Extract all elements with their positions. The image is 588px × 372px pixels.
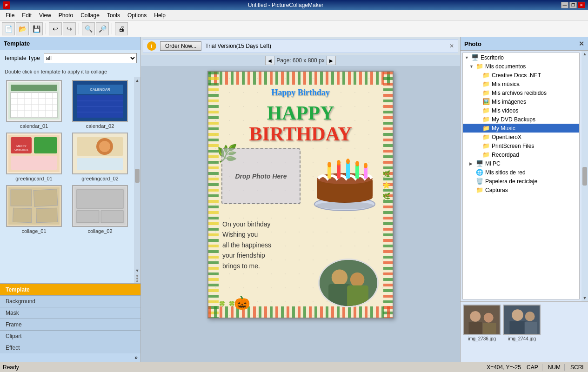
zoom-in-button[interactable]: 🔍 [82, 22, 95, 35]
restore-button[interactable]: ❐ [569, 2, 577, 8]
left-panel: Template Template Type all calendar gree… [0, 37, 141, 362]
template-item-greetingcard02[interactable]: greetingcard_02 [69, 133, 131, 181]
file-tree-scrollbar[interactable]: ▲ ▼ [581, 51, 588, 301]
open-button[interactable]: 📂 [16, 22, 29, 35]
svg-rect-29 [77, 158, 123, 170]
template-scrollbar[interactable]: ▲ ▼ [134, 77, 140, 283]
order-now-button[interactable]: Order Now... [160, 41, 201, 51]
menu-help[interactable]: Help [150, 11, 169, 20]
template-item-collage01[interactable]: collage_01 [3, 185, 65, 234]
tree-item-capturas[interactable]: 📁 Capturas [463, 186, 579, 194]
tab-background[interactable]: Background [0, 295, 140, 307]
zoom-out-button[interactable]: 🔎 [96, 22, 109, 35]
tree-item-dvdbackups[interactable]: 📁 My DVD Backups [463, 115, 579, 124]
folder-icon: 📁 [482, 142, 490, 149]
svg-rect-62 [469, 322, 482, 334]
template-panel-header: Template [0, 37, 140, 50]
tree-item-misarchivos[interactable]: 📁 Mis archivos recibidos [463, 88, 579, 97]
folder-icon: 📁 [476, 186, 483, 193]
tree-item-recordpad[interactable]: 📁 Recordpad [463, 150, 579, 159]
page-next-button[interactable]: ▶ [327, 56, 336, 65]
svg-rect-38 [101, 211, 123, 223]
tab-clipart[interactable]: Clipart [0, 330, 140, 342]
template-item-calendar01[interactable]: calendar_01 [3, 80, 65, 129]
svg-rect-46 [355, 165, 359, 179]
menu-bar: File Edit View Photo Collage Tools Optio… [0, 10, 588, 20]
photo-thumb-img2736[interactable]: img_2736.jpg [463, 305, 501, 359]
template-item-calendar02[interactable]: CALENDAR calendar_02 [69, 80, 131, 129]
template-item-collage02[interactable]: collage_02 [69, 185, 131, 234]
tree-item-openlieroX[interactable]: 📁 OpenLieroX [463, 133, 579, 141]
canvas-area[interactable]: Happy Birthday HAPPY BIRTHDAY 🌿 Drop Pho… [141, 66, 460, 362]
folder-icon: 📁 [482, 89, 490, 96]
template-thumb-calendar01[interactable] [6, 80, 62, 122]
template-item-greetingcard01[interactable]: MERRY CHRISTMAS greetingcard_01 [3, 133, 65, 181]
menu-options[interactable]: Options [124, 11, 150, 20]
collage-canvas: Happy Birthday HAPPY BIRTHDAY 🌿 Drop Pho… [207, 71, 394, 319]
status-num: NUM [548, 364, 565, 371]
template-thumb-collage02[interactable] [72, 185, 128, 227]
tree-item-printscreen[interactable]: 📁 PrintScreen Files [463, 141, 579, 150]
tree-item-misimages[interactable]: 🖼️ Mis imágenes [463, 97, 579, 106]
menu-edit[interactable]: Edit [18, 11, 35, 20]
menu-view[interactable]: View [35, 11, 55, 20]
menu-file[interactable]: File [2, 11, 18, 20]
folder-icon: 📁 [482, 72, 490, 79]
tree-item-creativedocs[interactable]: 📁 Creative Docs .NET [463, 71, 579, 80]
main-area: Template Template Type all calendar gree… [0, 37, 588, 362]
minimize-button[interactable]: — [561, 2, 568, 8]
save-button[interactable]: 💾 [30, 22, 43, 35]
tab-template[interactable]: Template [0, 284, 140, 295]
svg-rect-37 [77, 211, 99, 223]
svg-point-61 [484, 313, 494, 323]
svg-text:MERRY: MERRY [16, 145, 27, 147]
photo-thumb-img2744[interactable]: img_2744.jpg [503, 305, 541, 359]
template-type-select[interactable]: all calendar greetingcard collage scrapb… [44, 53, 137, 63]
template-thumb-calendar02[interactable]: CALENDAR [72, 80, 128, 122]
tree-item-mymusic[interactable]: 📁 My Music [463, 124, 579, 133]
new-button[interactable]: 📄 [2, 22, 15, 35]
happy-text: HAPPY [267, 102, 334, 124]
redo-button[interactable]: ↪ [63, 22, 76, 35]
happy-birthday-cursive: Happy Birthday [271, 88, 330, 98]
template-thumb-collage01[interactable] [6, 185, 62, 227]
template-thumb-greetingcard02[interactable] [72, 133, 128, 174]
page-prev-button[interactable]: ◀ [265, 56, 274, 65]
menu-photo[interactable]: Photo [55, 11, 77, 20]
svg-point-51 [355, 161, 359, 166]
svg-rect-67 [509, 321, 525, 334]
close-button[interactable]: ✕ [578, 2, 585, 8]
birthday-message: On your birthday Wishing you all the hap… [222, 219, 271, 271]
template-thumb-greetingcard01[interactable]: MERRY CHRISTMAS [6, 133, 62, 174]
undo-button[interactable]: ↩ [49, 22, 62, 35]
center-panel: i Order Now... Trial Version(15 Days Lef… [141, 37, 460, 362]
tree-item-mismusica[interactable]: 📁 Mis música [463, 80, 579, 88]
tab-effect[interactable]: Effect [0, 342, 140, 353]
status-bar: Ready X=404, Y=-25 CAP NUM SCRL [0, 362, 588, 372]
print-button[interactable]: 🖨 [115, 22, 128, 35]
photo-panel-close-button[interactable]: ✕ [579, 40, 584, 47]
svg-rect-21 [34, 137, 57, 153]
svg-point-49 [337, 160, 341, 166]
trial-close-button[interactable]: ✕ [449, 43, 454, 49]
panel-tabs: Template Background Mask Frame Clipart E… [0, 283, 140, 362]
tree-item-escritorio[interactable]: ▼ 🖥️ Escritorio [463, 53, 579, 62]
svg-rect-43 [327, 166, 331, 179]
tab-frame[interactable]: Frame [0, 319, 140, 330]
svg-text:CALENDAR: CALENDAR [90, 87, 110, 92]
bottom-decorations: 🍀 🍀 [219, 301, 235, 307]
folder-icon: 🖥️ [471, 54, 479, 61]
expand-arrow[interactable]: » [0, 353, 140, 362]
menu-collage[interactable]: Collage [77, 11, 103, 20]
template-label-calendar01: calendar_01 [20, 123, 48, 129]
tab-mask[interactable]: Mask [0, 307, 140, 319]
tree-item-missitios[interactable]: 🌐 Mis sitios de red [463, 168, 579, 177]
tree-item-papelera[interactable]: 🗑️ Papelera de reciclaje [463, 177, 579, 186]
tree-item-misvideos[interactable]: 📁 Mis vídeos [463, 106, 579, 115]
tree-item-mipc[interactable]: ▶ 🖥️ Mi PC [463, 159, 579, 168]
tree-item-misdocumentos[interactable]: ▼ 📁 Mis documentos [463, 62, 579, 71]
drop-photo-zone[interactable]: Drop Photo Here [221, 148, 301, 204]
template-type-row: Template Type all calendar greetingcard … [0, 50, 140, 66]
svg-point-52 [364, 163, 368, 168]
menu-tools[interactable]: Tools [103, 11, 124, 20]
